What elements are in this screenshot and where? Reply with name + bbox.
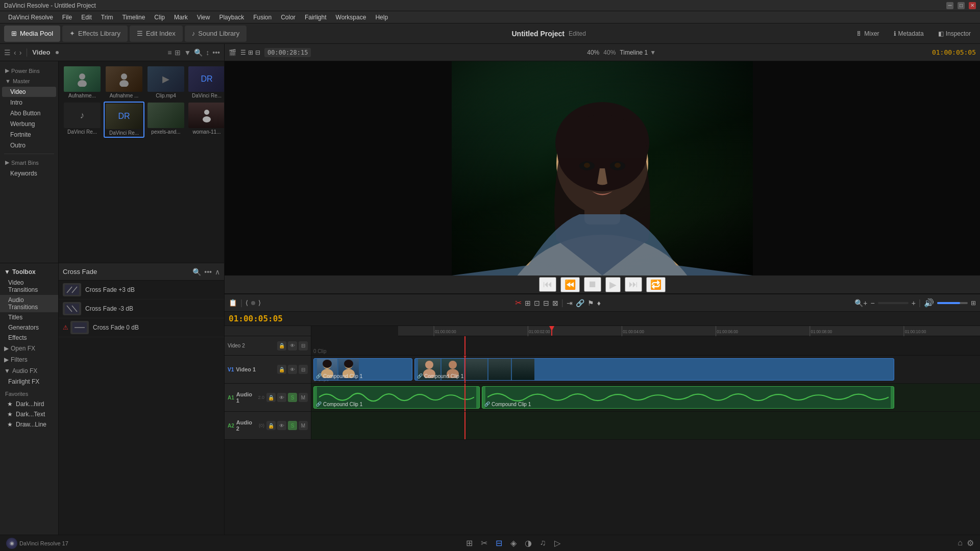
menu-workspace[interactable]: Workspace <box>332 13 371 22</box>
a1-eye-btn[interactable]: 👁 <box>277 393 286 402</box>
minimize-button[interactable]: ─ <box>946 2 953 9</box>
menu-fairlight[interactable]: Fairlight <box>301 13 331 22</box>
flag-btn[interactable]: ⚑ <box>587 299 594 307</box>
effect-item-3[interactable]: ⚠ Cross Fade 0 dB <box>59 318 224 337</box>
search-effects-icon[interactable]: 🔍 <box>192 268 201 276</box>
forward-icon[interactable]: › <box>19 48 22 57</box>
skip-to-end-button[interactable]: ⏭ <box>625 277 642 292</box>
sidebar-item-keywords[interactable]: Keywords <box>2 168 56 179</box>
media-clip-6[interactable]: DR DaVinci Re... <box>104 102 144 138</box>
media-clip-1[interactable]: Aufnahme... <box>63 65 102 99</box>
effect-item-1[interactable]: Cross Fade +3 dB <box>59 281 224 299</box>
cut-page-icon[interactable]: ✂ <box>481 538 487 548</box>
snap-btn[interactable]: ⇥ <box>567 299 573 307</box>
media-clip-5[interactable]: ♪ DaVinci Re... <box>63 102 102 138</box>
v1-clip-btn[interactable]: ⊟ <box>299 365 308 374</box>
a2-lock-btn[interactable]: 🔒 <box>266 421 276 430</box>
toolbox-generators[interactable]: Generators <box>0 322 58 333</box>
trim-tool[interactable]: ⊡ <box>534 299 540 307</box>
grid-view-icon[interactable]: ⊞ <box>175 48 181 57</box>
favorite-item-1[interactable]: ★ Dark...hird <box>0 399 58 409</box>
zoom-fit-btn[interactable]: + <box>912 299 916 307</box>
fwd-clip-btn[interactable]: ⟩ <box>258 299 261 307</box>
sidebar-item-video[interactable]: Video <box>2 87 56 97</box>
dynamic-trim[interactable]: ⊠ <box>552 299 558 307</box>
audio-clip-1[interactable]: 🔗 Compound Clip 1 <box>313 386 480 408</box>
a2-eye-btn[interactable]: 👁 <box>277 421 286 430</box>
maximize-button[interactable]: □ <box>958 2 965 9</box>
fairlight-page-icon[interactable]: ♫ <box>540 538 546 548</box>
toolbox-video-transitions[interactable]: Video Transitions <box>0 278 58 295</box>
search-icon[interactable]: 🔍 <box>194 48 203 57</box>
power-bins-header[interactable]: ▶ Power Bins <box>0 65 58 76</box>
back-icon[interactable]: ‹ <box>14 48 16 57</box>
v2-eye-btn[interactable]: 👁 <box>288 341 297 350</box>
sort-icon[interactable]: ↕ <box>206 48 209 57</box>
media-clip-4[interactable]: DR DaVinci Re... <box>187 65 224 99</box>
a1-s-btn[interactable]: S <box>288 393 297 402</box>
effects-close-icon[interactable]: ∧ <box>215 268 220 276</box>
prev-frame-button[interactable]: ⏪ <box>560 277 580 292</box>
toolbox-effects[interactable]: Effects <box>0 333 58 343</box>
skip-to-start-button[interactable]: ⏮ <box>539 277 556 292</box>
a1-lock-btn[interactable]: 🔒 <box>266 393 276 402</box>
grid-toggle[interactable]: ⊞ <box>248 49 253 56</box>
menu-edit[interactable]: Edit <box>77 13 96 22</box>
toolbox-open-fx[interactable]: ▶ Open FX <box>0 343 58 354</box>
sidebar-item-intro[interactable]: Intro <box>2 97 56 108</box>
tab-inspector[interactable]: ◧ Inspector <box>933 27 976 41</box>
media-clip-3[interactable]: ▶ Clip.mp4 <box>146 65 185 99</box>
fusion-page-icon[interactable]: ◈ <box>510 538 517 548</box>
tab-metadata[interactable]: ℹ Metadata <box>889 27 929 41</box>
window-controls[interactable]: ─ □ ✕ <box>946 2 976 9</box>
zoom-in-btn[interactable]: 🔍+ <box>854 299 867 307</box>
toolbox-audio-transitions[interactable]: Audio Transitions <box>0 295 58 312</box>
effect-item-2[interactable]: Cross Fade -3 dB <box>59 299 224 318</box>
a2-s-btn[interactable]: S <box>288 421 297 430</box>
close-button[interactable]: ✕ <box>969 2 976 9</box>
davinci-logo[interactable]: ◉ <box>6 538 17 549</box>
video-clip-2[interactable]: 🔗 Compound Clip 1 <box>414 358 894 380</box>
v1-lock-btn[interactable]: 🔒 <box>277 365 286 374</box>
edit-page-icon[interactable]: ⊟ <box>496 538 502 548</box>
slice-tool[interactable]: ⊟ <box>543 299 549 307</box>
stop-button[interactable]: ⏹ <box>584 277 601 292</box>
master-header[interactable]: ▼ Master <box>0 76 58 86</box>
toolbox-filters[interactable]: ▶ Filters <box>0 354 58 365</box>
a2-m-btn[interactable]: M <box>299 421 308 430</box>
menu-help[interactable]: Help <box>371 13 392 22</box>
deliver-page-icon[interactable]: ▷ <box>554 538 560 548</box>
favorite-item-3[interactable]: ★ Draw...Line <box>0 419 58 430</box>
tab-effects-library[interactable]: ✦ Effects Library <box>62 26 128 42</box>
filter-icon[interactable]: ▼ <box>184 48 191 57</box>
layout-toggle[interactable]: ⊟ <box>255 49 260 56</box>
timeline-view-btn[interactable]: 📋 <box>229 299 237 307</box>
zoom-out-btn[interactable]: − <box>870 299 874 307</box>
tab-media-pool[interactable]: ⊞ Media Pool <box>4 26 60 42</box>
effects-more-icon[interactable]: ••• <box>204 268 212 276</box>
home-icon[interactable]: ⌂ <box>958 538 963 548</box>
video-clip-1[interactable]: 🔗 Compound Clip 1 <box>313 358 412 380</box>
zoom-control[interactable]: 00:00:28:15 <box>264 48 311 57</box>
media-page-icon[interactable]: ⊞ <box>466 538 473 548</box>
media-clip-7[interactable]: pexels-and... <box>146 102 185 138</box>
v2-lock-btn[interactable]: 🔒 <box>277 341 286 350</box>
v1-eye-btn[interactable]: 👁 <box>288 365 297 374</box>
settings-icon[interactable]: ⚙ <box>967 538 974 548</box>
menu-davinci-resolve[interactable]: DaVinci Resolve <box>4 13 57 22</box>
menu-file[interactable]: File <box>58 13 76 22</box>
color-page-icon[interactable]: ◑ <box>525 538 532 548</box>
audio-clip-2[interactable]: 🔗 Compound Clip 1 <box>482 386 894 408</box>
link-btn[interactable]: 🔗 <box>576 299 584 307</box>
preview-type-btn[interactable]: 🎬 <box>229 49 236 56</box>
list-toggle[interactable]: ☰ <box>240 49 246 56</box>
sidebar-item-abo-button[interactable]: Abo Button <box>2 108 56 118</box>
menu-fusion[interactable]: Fusion <box>249 13 276 22</box>
audio-settings-btn[interactable]: ⊞ <box>971 299 976 307</box>
menu-trim[interactable]: Trim <box>97 13 117 22</box>
zoom-slider[interactable] <box>878 302 909 304</box>
menu-color[interactable]: Color <box>277 13 300 22</box>
menu-mark[interactable]: Mark <box>170 13 192 22</box>
list-view-icon[interactable]: ≡ <box>167 48 172 57</box>
a1-m-btn[interactable]: M <box>299 393 308 402</box>
